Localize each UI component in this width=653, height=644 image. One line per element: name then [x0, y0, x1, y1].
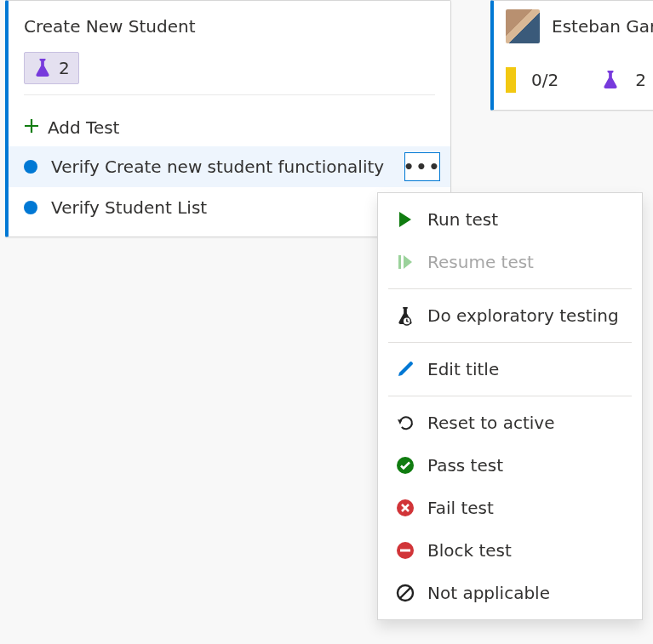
- svg-rect-0: [39, 59, 45, 60]
- pass-icon: [395, 456, 415, 475]
- user-name: Esteban Gar: [552, 16, 653, 37]
- ellipsis-icon: •••: [404, 157, 441, 177]
- menu-label: Fail test: [427, 498, 494, 518]
- menu-fail-test[interactable]: Fail test: [378, 487, 642, 529]
- menu-pass-test[interactable]: Pass test: [378, 444, 642, 487]
- avatar: [506, 9, 540, 43]
- beaker-icon: [33, 58, 52, 78]
- menu-reset-active[interactable]: Reset to active: [378, 402, 642, 444]
- exploratory-icon: [395, 305, 415, 326]
- test-row[interactable]: Verify Create new student functionality …: [9, 146, 450, 187]
- menu-divider: [388, 288, 632, 289]
- progress-bar-icon: [506, 67, 516, 93]
- menu-resume-test: Resume test: [378, 241, 642, 283]
- menu-edit-title[interactable]: Edit title: [378, 348, 642, 390]
- test-label: Verify Create new student functionality: [51, 157, 384, 177]
- menu-not-applicable[interactable]: Not applicable: [378, 572, 642, 614]
- reset-icon: [395, 414, 415, 431]
- add-test-button[interactable]: Add Test: [9, 109, 450, 146]
- tally-count: 0/2: [531, 70, 558, 90]
- menu-run-test[interactable]: Run test: [378, 198, 642, 241]
- svg-point-4: [406, 321, 408, 322]
- menu-label: Block test: [427, 540, 512, 561]
- menu-divider: [388, 342, 632, 343]
- menu-label: Edit title: [427, 359, 499, 379]
- status-dot-icon: [24, 160, 37, 174]
- menu-label: Not applicable: [427, 583, 550, 603]
- pencil-icon: [395, 361, 415, 378]
- beaker-count: 2: [59, 58, 70, 78]
- svg-line-10: [400, 588, 410, 598]
- menu-label: Do exploratory testing: [427, 305, 619, 326]
- play-icon: [395, 211, 415, 228]
- plus-icon: [24, 117, 39, 138]
- more-actions-button[interactable]: •••: [404, 152, 440, 181]
- test-label: Verify Student List: [51, 197, 207, 218]
- fail-icon: [395, 499, 415, 517]
- card-title: Create New Student: [24, 16, 435, 37]
- svg-rect-8: [400, 550, 410, 552]
- test-context-menu: Run test Resume test Do exploratory test…: [377, 192, 643, 620]
- menu-label: Run test: [427, 209, 498, 230]
- menu-exploratory[interactable]: Do exploratory testing: [378, 294, 642, 337]
- beaker-count: 2: [635, 70, 646, 90]
- resume-icon: [395, 254, 415, 271]
- svg-rect-2: [398, 255, 401, 269]
- menu-label: Pass test: [427, 455, 503, 476]
- menu-divider: [388, 396, 632, 396]
- add-test-label: Add Test: [48, 117, 119, 138]
- assignee-card[interactable]: Esteban Gar 0/2 2: [490, 0, 653, 111]
- block-icon: [395, 541, 415, 560]
- status-dot-icon: [24, 201, 37, 214]
- na-icon: [395, 584, 415, 602]
- beaker-icon: [601, 70, 620, 90]
- menu-block-test[interactable]: Block test: [378, 529, 642, 572]
- beaker-badge[interactable]: 2: [24, 52, 79, 84]
- menu-label: Reset to active: [427, 413, 554, 433]
- divider: [24, 94, 435, 95]
- menu-label: Resume test: [427, 252, 534, 272]
- svg-rect-1: [608, 71, 614, 72]
